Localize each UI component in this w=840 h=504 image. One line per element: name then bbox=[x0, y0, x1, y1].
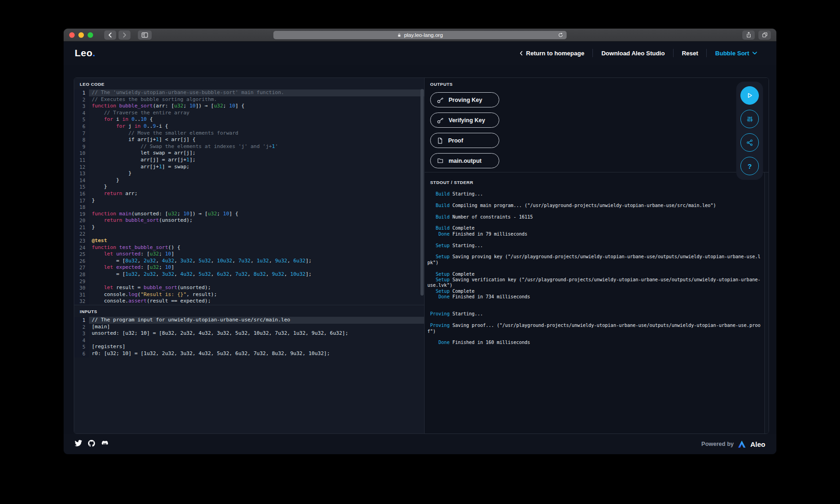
example-select-dropdown[interactable]: Bubble Sort bbox=[707, 50, 765, 57]
proof-button[interactable]: Proof bbox=[430, 133, 499, 148]
help-button[interactable]: ? bbox=[740, 157, 759, 175]
line-number: 3 bbox=[74, 330, 89, 337]
share-button[interactable] bbox=[740, 133, 759, 152]
code-line[interactable]: 25 let unsorted: [u32; 10] bbox=[74, 251, 424, 258]
back-button[interactable] bbox=[104, 30, 116, 40]
code-scrollbar-thumb[interactable] bbox=[420, 89, 424, 296]
chevron-right-icon bbox=[122, 32, 127, 38]
code-line[interactable]: 23@test bbox=[74, 237, 424, 244]
code-line[interactable]: 12 arr[j+1] = swap; bbox=[74, 164, 424, 171]
code-line[interactable]: 8 if arr[j+1] < arr[j] { bbox=[74, 136, 424, 143]
code-line[interactable]: 11 arr[j] = arr[j+1]; bbox=[74, 157, 424, 164]
code-line[interactable]: 3function bubble_sort(arr: [u32; 10]) → … bbox=[74, 103, 424, 110]
code-line[interactable]: 6 for j in 0..9-i { bbox=[74, 123, 424, 130]
code-text: // The 'unwieldy-utopian-urbane-use-bubb… bbox=[89, 89, 424, 96]
url-bar[interactable]: play.leo-lang.org bbox=[273, 31, 567, 39]
traffic-lights bbox=[69, 32, 93, 38]
sidebar-toggle-button[interactable] bbox=[138, 30, 152, 40]
code-line[interactable]: 5[registers] bbox=[74, 344, 424, 350]
run-button[interactable] bbox=[740, 86, 759, 105]
log-line: Done Finished in 734 milliseconds bbox=[427, 294, 762, 300]
powered-by-aleo[interactable]: Powered by Aleo bbox=[701, 440, 765, 449]
log-line bbox=[427, 266, 762, 271]
code-line[interactable]: 14 } bbox=[74, 177, 424, 184]
leo-code-editor[interactable]: 1// The 'unwieldy-utopian-urbane-use-bub… bbox=[74, 89, 424, 305]
code-line[interactable]: 28 = [1u32, 2u32, 3u32, 4u32, 5u32, 6u32… bbox=[74, 271, 424, 278]
settings-button[interactable] bbox=[740, 110, 759, 128]
line-number: 5 bbox=[74, 344, 89, 350]
code-line[interactable]: 2[main] bbox=[74, 324, 424, 331]
code-line[interactable]: 2// Executes the bubble sorting algorith… bbox=[74, 96, 424, 103]
editor-column: LEO CODE 1// The 'unwieldy-utopian-urban… bbox=[74, 78, 425, 433]
line-number: 3 bbox=[74, 103, 89, 110]
chevron-left-icon bbox=[520, 51, 523, 56]
code-text bbox=[89, 337, 424, 344]
code-line[interactable]: 27 let expected: [u32; 10] bbox=[74, 264, 424, 271]
reset-button[interactable]: Reset bbox=[674, 50, 706, 57]
code-line[interactable]: 10 let swap = arr[j]; bbox=[74, 150, 424, 157]
code-line[interactable]: 16 return arr; bbox=[74, 190, 424, 197]
code-text: function main(unsorted: [u32; 10]) → [u3… bbox=[89, 211, 424, 218]
share-page-button[interactable] bbox=[742, 30, 755, 40]
code-line[interactable]: 17} bbox=[74, 197, 424, 204]
log-line: Setup Saving verification key ("/usr/pla… bbox=[427, 277, 762, 289]
verifying-key-button[interactable]: Verifying Key bbox=[430, 113, 499, 128]
code-line[interactable]: 30 let result = bubble_sort(unsorted); bbox=[74, 285, 424, 291]
line-number: 1 bbox=[74, 89, 89, 96]
github-icon bbox=[88, 440, 95, 447]
code-line[interactable]: 15 } bbox=[74, 184, 424, 190]
code-line[interactable]: 5 for i in 0..10 { bbox=[74, 116, 424, 123]
action-button-stack: ? bbox=[736, 82, 763, 180]
inputs-editor[interactable]: 1// The program input for unwieldy-utopi… bbox=[74, 317, 424, 433]
minimize-window-button[interactable] bbox=[78, 32, 84, 38]
reload-button[interactable] bbox=[558, 32, 563, 39]
tabs-overview-button[interactable] bbox=[758, 30, 771, 40]
logo-text: Leo bbox=[75, 47, 93, 58]
browser-window: play.leo-lang.org Leo. Return to homepag… bbox=[64, 29, 776, 454]
code-line[interactable]: 6r0: [u32; 10] = [1u32, 2u32, 3u32, 4u32… bbox=[74, 350, 424, 357]
code-line[interactable]: 29 bbox=[74, 278, 424, 285]
code-line[interactable]: 7 // Move the smaller elements forward bbox=[74, 130, 424, 137]
code-line[interactable]: 20 return bubble_sort(unsorted); bbox=[74, 217, 424, 224]
line-number: 32 bbox=[74, 298, 89, 305]
code-text bbox=[89, 278, 424, 285]
code-line[interactable]: 18 bbox=[74, 204, 424, 211]
code-line[interactable]: 24function test_bubble_sort() { bbox=[74, 244, 424, 251]
log-line: Setup Complete bbox=[427, 289, 762, 294]
close-window-button[interactable] bbox=[69, 32, 75, 38]
code-line[interactable]: 22 bbox=[74, 231, 424, 237]
github-link[interactable] bbox=[88, 440, 95, 449]
return-homepage-link[interactable]: Return to homepage bbox=[511, 50, 592, 57]
main-output-button[interactable]: main.output bbox=[430, 153, 499, 168]
maximize-window-button[interactable] bbox=[88, 32, 93, 38]
log-line: Done Finished in 160 milliseconds bbox=[427, 340, 762, 345]
code-line[interactable]: 1// The program input for unwieldy-utopi… bbox=[74, 317, 424, 324]
code-text: return bubble_sort(unsorted); bbox=[89, 217, 424, 224]
line-number: 4 bbox=[74, 110, 89, 117]
code-line[interactable]: 1// The 'unwieldy-utopian-urbane-use-bub… bbox=[74, 89, 424, 96]
code-line[interactable]: 9 // Swap the elements at indexes 'j' an… bbox=[74, 143, 424, 150]
forward-button[interactable] bbox=[118, 30, 130, 40]
log-scrollbar[interactable] bbox=[764, 172, 769, 433]
line-number: 1 bbox=[74, 317, 89, 324]
code-line[interactable]: 13 } bbox=[74, 170, 424, 177]
code-line[interactable]: 4 // Traverse the entire array bbox=[74, 110, 424, 117]
code-line[interactable]: 31 console.log("Result is: {}", result); bbox=[74, 291, 424, 298]
twitter-link[interactable] bbox=[75, 440, 82, 448]
proving-key-button[interactable]: Proving Key bbox=[430, 92, 499, 107]
code-line[interactable]: 19function main(unsorted: [u32; 10]) → [… bbox=[74, 211, 424, 218]
lock-icon bbox=[397, 32, 402, 38]
code-line[interactable]: 4 bbox=[74, 337, 424, 344]
code-line[interactable]: 21} bbox=[74, 224, 424, 231]
code-line[interactable]: 3unsorted: [u32; 10] = [8u32, 2u32, 4u32… bbox=[74, 330, 424, 337]
line-number: 10 bbox=[74, 150, 89, 157]
code-line[interactable]: 26 = [8u32, 2u32, 4u32, 3u32, 5u32, 10u3… bbox=[74, 258, 424, 265]
chevron-down-icon bbox=[752, 52, 757, 55]
code-line[interactable]: 32 console.assert(result == expected); bbox=[74, 298, 424, 305]
site-header: Leo. Return to homepage Download Aleo St… bbox=[64, 42, 776, 65]
log-stage-label: Done bbox=[427, 294, 450, 299]
leo-logo[interactable]: Leo. bbox=[75, 47, 95, 59]
discord-link[interactable] bbox=[101, 440, 109, 448]
download-aleo-studio-link[interactable]: Download Aleo Studio bbox=[593, 50, 673, 57]
code-text: r0: [u32; 10] = [1u32, 2u32, 3u32, 4u32,… bbox=[89, 350, 424, 357]
